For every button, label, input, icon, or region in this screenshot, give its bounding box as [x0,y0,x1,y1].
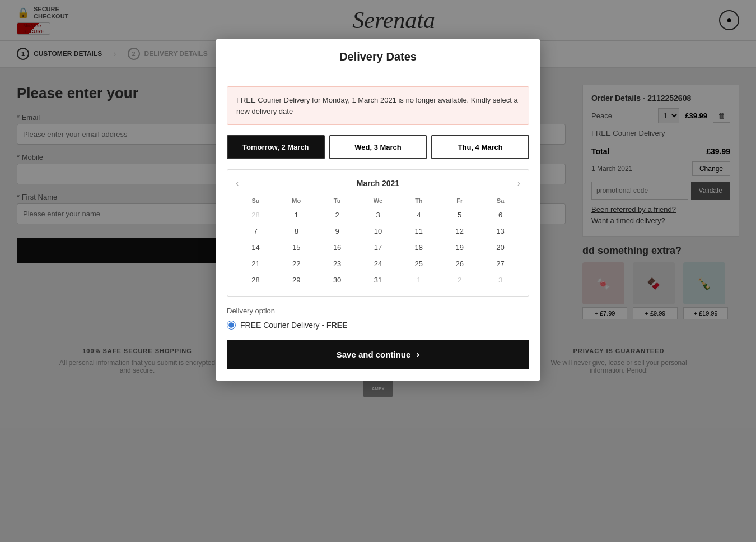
cal-cell-w2-13[interactable]: 13 [480,224,520,239]
modal-title: Delivery Dates [227,50,529,63]
cal-cell-w3-16[interactable]: 16 [318,240,357,255]
delivery-option-label: Delivery option [227,307,529,315]
cal-cell-w4-21[interactable]: 21 [236,256,276,271]
cal-cell-w1-3[interactable]: 3 [358,207,398,223]
delivery-option-section: Delivery option FREE Courier Delivery - … [227,307,529,330]
calendar: ‹ March 2021 › Su Mo Tu We Th Fr Sa 28 1 [227,169,529,297]
calendar-next-button[interactable]: › [517,178,520,188]
cal-cell-w2-8[interactable]: 8 [277,224,316,239]
alert-box: FREE Courier Delivery for Monday, 1 Marc… [227,86,529,125]
calendar-grid: Su Mo Tu We Th Fr Sa 28 1 2 3 4 5 [236,195,520,288]
cal-cell-w1-4[interactable]: 4 [399,207,438,223]
cal-day-sa: Sa [480,195,520,206]
cal-day-tu: Tu [318,195,357,206]
cal-cell-w4-25[interactable]: 25 [399,256,438,271]
calendar-header: ‹ March 2021 › [236,178,520,188]
cal-cell-w4-22[interactable]: 22 [277,256,316,271]
cal-cell-w1-6[interactable]: 6 [480,207,520,223]
cal-cell-w3-19[interactable]: 19 [440,240,479,255]
quick-dates: Tomorrow, 2 March Wed, 3 March Thu, 4 Ma… [227,135,529,159]
save-btn-arrow-icon: › [416,349,419,360]
calendar-month-year: March 2021 [357,179,399,188]
cal-cell-w3-20[interactable]: 20 [480,240,520,255]
cal-cell-w1-28[interactable]: 28 [236,207,276,223]
cal-cell-w1-1[interactable]: 1 [277,207,316,223]
save-btn-label: Save and continue [337,350,411,359]
cal-cell-w2-7[interactable]: 7 [236,224,276,239]
cal-cell-w2-9[interactable]: 9 [318,224,357,239]
cal-cell-w5-31[interactable]: 31 [358,272,398,288]
cal-day-fr: Fr [440,195,479,206]
cal-cell-w4-26[interactable]: 26 [440,256,479,271]
save-and-continue-button[interactable]: Save and continue › [227,340,529,369]
cal-day-mo: Mo [277,195,316,206]
delivery-radio-input[interactable] [227,321,236,330]
cal-cell-w2-10[interactable]: 10 [358,224,398,239]
delivery-dates-modal: Delivery Dates FREE Courier Delivery for… [216,39,540,381]
cal-selected-day: 2 [320,211,355,219]
cal-cell-w5-29[interactable]: 29 [277,272,316,288]
calendar-prev-button[interactable]: ‹ [236,178,239,188]
quick-date-tomorrow[interactable]: Tomorrow, 2 March [227,135,325,159]
cal-cell-w1-5[interactable]: 5 [440,207,479,223]
delivery-radio-row: FREE Courier Delivery - FREE [227,321,529,330]
cal-cell-w4-27[interactable]: 27 [480,256,520,271]
cal-cell-w3-14[interactable]: 14 [236,240,276,255]
modal-body: FREE Courier Delivery for Monday, 1 Marc… [216,75,540,381]
cal-cell-w2-11[interactable]: 11 [399,224,438,239]
cal-cell-w1-2[interactable]: 2 [318,207,357,223]
cal-day-we: We [358,195,398,206]
cal-cell-w5-1[interactable]: 1 [399,272,438,288]
cal-cell-w2-12[interactable]: 12 [440,224,479,239]
cal-cell-w5-2: 2 [440,272,479,288]
cal-cell-w3-18[interactable]: 18 [399,240,438,255]
cal-cell-w4-24[interactable]: 24 [358,256,398,271]
cal-day-su: Su [236,195,276,206]
delivery-radio-text: FREE Courier Delivery - FREE [240,321,347,330]
cal-cell-w3-17[interactable]: 17 [358,240,398,255]
quick-date-thu[interactable]: Thu, 4 March [431,135,529,159]
cal-cell-w5-28[interactable]: 28 [236,272,276,288]
modal-header: Delivery Dates [216,39,540,75]
modal-overlay: Delivery Dates FREE Courier Delivery for… [0,0,756,542]
cal-cell-w3-15[interactable]: 15 [277,240,316,255]
cal-cell-w5-3[interactable]: 3 [480,272,520,288]
cal-day-th: Th [399,195,438,206]
cal-cell-w5-30[interactable]: 30 [318,272,357,288]
cal-cell-w4-23[interactable]: 23 [318,256,357,271]
quick-date-wed[interactable]: Wed, 3 March [329,135,427,159]
